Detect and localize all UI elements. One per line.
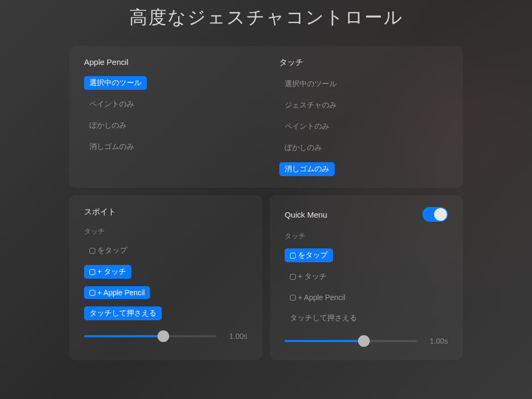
option-item[interactable]: + Apple Pencil (285, 291, 351, 304)
option-label: ぼかしのみ (89, 121, 127, 130)
option-label: 選択中のツール (285, 79, 337, 89)
option-item[interactable]: 選択中のツール (84, 76, 147, 90)
eyedropper-slider-row: 1.00s (84, 332, 247, 340)
quickmenu-slider-row: 1.00s (285, 337, 448, 345)
apple-pencil-column: Apple Pencil 選択中のツールペイントのみぼかしのみ消しゴムのみ (84, 57, 253, 176)
page-title: 高度なジェスチャコントロール (0, 0, 532, 30)
option-label: ペイントのみ (89, 99, 134, 109)
quickmenu-sublabel: タッチ (285, 231, 448, 241)
quickmenu-slider-value: 1.00s (426, 337, 448, 345)
option-label: ぼかしのみ (285, 143, 322, 153)
option-item[interactable]: ペイントのみ (279, 120, 335, 134)
option-item[interactable]: をタップ (84, 244, 132, 257)
apple-pencil-heading: Apple Pencil (84, 57, 253, 66)
square-icon (89, 269, 95, 275)
eyedropper-slider-thumb[interactable] (157, 330, 169, 342)
tool-mode-panel: Apple Pencil 選択中のツールペイントのみぼかしのみ消しゴムのみ タッ… (69, 46, 463, 188)
option-label: 選択中のツール (89, 78, 142, 88)
option-label: 消しゴムのみ (89, 142, 134, 152)
option-item[interactable]: 選択中のツール (279, 77, 342, 91)
option-item[interactable]: + タッチ (84, 265, 131, 279)
quickmenu-slider-thumb[interactable] (358, 335, 370, 347)
square-icon (89, 290, 95, 296)
option-label: ペイントのみ (285, 122, 329, 131)
square-icon (89, 248, 95, 254)
option-label: + タッチ (298, 272, 327, 281)
option-item[interactable]: タッチして押さえる (84, 306, 162, 320)
option-label: タッチして押さえる (89, 309, 156, 318)
option-label: 消しゴムのみ (285, 164, 329, 174)
eyedropper-slider-value: 1.00s (225, 332, 247, 340)
eyedropper-sublabel: タッチ (84, 227, 247, 236)
touch-column: タッチ 選択中のツールジェスチャのみペイントのみぼかしのみ消しゴムのみ (279, 57, 448, 176)
eyedropper-slider[interactable] (84, 335, 217, 337)
option-item[interactable]: をタップ (285, 248, 333, 262)
square-icon (290, 253, 296, 259)
square-icon (290, 295, 296, 301)
option-item[interactable]: タッチして押さえる (285, 311, 362, 325)
option-item[interactable]: + Apple Pencil (84, 286, 150, 299)
quickmenu-toggle[interactable] (422, 207, 448, 222)
option-label: + Apple Pencil (298, 293, 345, 302)
quickmenu-panel: Quick Menu タッチ をタップ + タッチ + Apple Pencil… (270, 195, 463, 360)
option-label: をタップ (97, 246, 127, 255)
option-item[interactable]: + タッチ (285, 270, 332, 284)
option-item[interactable]: ペイントのみ (84, 97, 139, 111)
eyedropper-heading: スポイト (84, 207, 116, 217)
quickmenu-slider[interactable] (285, 340, 417, 342)
touch-heading: タッチ (279, 57, 448, 68)
option-item[interactable]: ぼかしのみ (279, 141, 327, 155)
option-label: + Apple Pencil (97, 288, 145, 297)
option-item[interactable]: 消しゴムのみ (279, 162, 335, 176)
option-item[interactable]: 消しゴムのみ (84, 140, 139, 154)
option-label: + タッチ (97, 267, 126, 277)
touch-options: 選択中のツールジェスチャのみペイントのみぼかしのみ消しゴムのみ (279, 77, 448, 176)
quickmenu-options: をタップ + タッチ + Apple Pencilタッチして押さえる (285, 248, 448, 325)
option-label: ジェスチャのみ (285, 101, 337, 110)
option-label: タッチして押さえる (290, 313, 357, 323)
apple-pencil-options: 選択中のツールペイントのみぼかしのみ消しゴムのみ (84, 76, 253, 154)
quickmenu-heading: Quick Menu (285, 210, 327, 219)
option-label: をタップ (298, 251, 328, 260)
option-item[interactable]: ぼかしのみ (84, 119, 132, 132)
option-item[interactable]: ジェスチャのみ (279, 98, 342, 112)
eyedropper-options: をタップ + タッチ + Apple Pencilタッチして押さえる (84, 244, 247, 320)
eyedropper-panel: スポイト タッチ をタップ + タッチ + Apple Pencilタッチして押… (69, 195, 262, 360)
square-icon (290, 274, 296, 280)
